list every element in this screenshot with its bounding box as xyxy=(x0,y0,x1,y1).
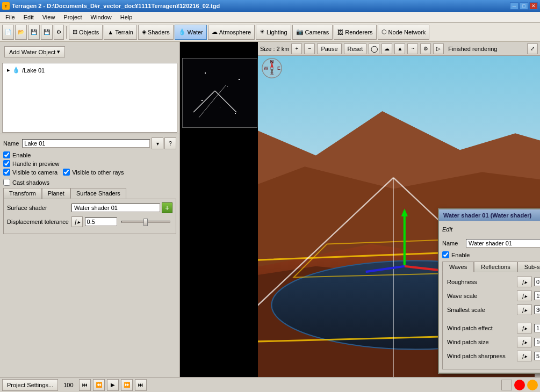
toolbar-water[interactable]: 💧 Water xyxy=(175,25,207,40)
wind-patch-effect-input[interactable] xyxy=(534,324,540,332)
minimize-button[interactable]: ─ xyxy=(510,2,519,10)
toolbar-atmosphere[interactable]: ☁ Atmosphere xyxy=(208,25,255,40)
wind-patch-size-input[interactable] xyxy=(534,338,540,346)
menu-view[interactable]: View xyxy=(38,13,60,21)
wave-scale-input[interactable] xyxy=(534,292,540,300)
name-expand-button[interactable]: ▾ xyxy=(152,137,163,149)
cast-shadows-row: Cast shadows xyxy=(3,179,176,186)
displacement-slider-thumb[interactable] xyxy=(143,219,148,226)
tab-surface-shaders[interactable]: Surface Shaders xyxy=(70,188,126,199)
title-bar: T Terragen 2 - D:\Documents_D#r_vector_d… xyxy=(0,0,540,12)
shader-enable-row: Enable xyxy=(442,251,540,258)
wave-scale-row: Wave scale ƒ▸ xyxy=(447,291,540,301)
transport-play-button[interactable]: ▶ xyxy=(107,379,119,391)
add-shader-button[interactable]: + xyxy=(162,202,172,213)
wind-patch-sharpness-input[interactable] xyxy=(534,352,540,360)
toolbar-icon5[interactable]: ⚙ xyxy=(54,25,64,40)
transport-prev-button[interactable]: ⏪ xyxy=(93,379,105,391)
enable-checkbox[interactable] xyxy=(3,151,10,158)
tab-transform[interactable]: Transform xyxy=(3,188,42,199)
toolbar-cameras[interactable]: 📷 Cameras xyxy=(292,25,333,40)
toolbar-node-network[interactable]: ⬡ Node Network xyxy=(378,25,430,40)
transport-next-button[interactable]: ⏩ xyxy=(121,379,133,391)
toolbar-save2[interactable]: 💾 xyxy=(41,25,53,40)
visible-rays-checkbox[interactable] xyxy=(63,169,70,176)
handle-in-preview-checkbox[interactable] xyxy=(3,160,10,167)
shader-name-input[interactable] xyxy=(466,239,540,248)
surface-shader-input[interactable] xyxy=(71,204,160,212)
wind-patch-effect-row: Wind patch effect ƒ▸ xyxy=(447,323,540,333)
name-help-button[interactable]: ? xyxy=(164,137,176,149)
zoom-out-button[interactable]: − xyxy=(304,43,315,54)
dialog-title-bar: Water shader 01 (Water shader) ✕ xyxy=(439,209,540,221)
toolbar-lighting[interactable]: ☀ Lighting xyxy=(256,25,291,40)
expand-button[interactable]: ⤢ xyxy=(527,43,538,54)
expand-arrow-icon: ▸ xyxy=(7,67,10,74)
menu-window[interactable]: Window xyxy=(87,13,116,21)
cast-shadows-checkbox[interactable] xyxy=(3,179,10,186)
toolbar-terrain[interactable]: ▲ Terrain xyxy=(104,25,137,40)
water-objects-tree[interactable]: ▸ 💧 /Lake 01 xyxy=(2,63,177,133)
menu-file[interactable]: File xyxy=(1,13,19,21)
status-right xyxy=(501,380,538,390)
pause-button[interactable]: Pause xyxy=(317,43,341,54)
displacement-slider[interactable] xyxy=(121,221,170,223)
wind-patch-effect-func-button[interactable]: ƒ▸ xyxy=(517,323,532,333)
view-water-button[interactable]: ~ xyxy=(407,43,418,54)
view-sphere-button[interactable]: ◯ xyxy=(369,43,379,54)
handle-in-preview-row: Handle in preview xyxy=(3,160,176,167)
toolbar-open[interactable]: 📂 xyxy=(15,25,27,40)
transport-first-button[interactable]: ⏮ xyxy=(79,379,91,391)
wave-scale-func-button[interactable]: ƒ▸ xyxy=(517,291,532,301)
toolbar-new[interactable]: 📄 xyxy=(2,25,14,40)
visible-camera-checkbox[interactable] xyxy=(3,169,10,176)
toolbar: 📄 📂 💾 💾 ⚙ ⊞ Objects ▲ Terrain ◈ Shaders … xyxy=(0,23,540,42)
displacement-value-input[interactable] xyxy=(85,217,117,226)
toolbar-objects[interactable]: ⊞ Objects xyxy=(69,25,103,40)
view-settings-button[interactable]: ⚙ xyxy=(420,43,431,54)
toolbar-save[interactable]: 💾 xyxy=(28,25,40,40)
viewport-bar: Size : 2 km + − Pause Reset ◯ ☁ ▲ ~ ⚙ ▷ … xyxy=(258,42,540,56)
tab-planet[interactable]: Planet xyxy=(42,188,70,199)
reset-button[interactable]: Reset xyxy=(344,43,367,54)
view-terrain-button[interactable]: ▲ xyxy=(394,43,405,54)
status-light-red xyxy=(514,380,525,390)
menu-project[interactable]: Project xyxy=(59,13,86,21)
size-label: Size : 2 km xyxy=(260,46,289,52)
shader-tab-waves[interactable]: Waves xyxy=(442,262,474,272)
wind-patch-sharpness-func-button[interactable]: ƒ▸ xyxy=(517,351,532,361)
view-render-button[interactable]: ▷ xyxy=(433,43,444,54)
toolbar-renderers[interactable]: 🖼 Renderers xyxy=(334,25,376,40)
add-water-arrow-icon: ▾ xyxy=(57,48,60,55)
shader-enable-checkbox[interactable] xyxy=(442,251,449,258)
tree-item-lake01[interactable]: ▸ 💧 /Lake 01 xyxy=(5,66,175,75)
zoom-in-button[interactable]: + xyxy=(291,43,302,54)
shader-tab-subsurface[interactable]: Sub-surface xyxy=(517,262,540,272)
add-water-button[interactable]: Add Water Object ▾ xyxy=(4,46,65,57)
shader-tab-reflections[interactable]: Reflections xyxy=(474,262,517,272)
displacement-func-button[interactable]: ƒ▸ xyxy=(71,216,83,227)
name-input[interactable] xyxy=(22,139,150,148)
menu-edit[interactable]: Edit xyxy=(19,13,38,21)
roughness-func-button[interactable]: ƒ▸ xyxy=(517,277,532,287)
roughness-input[interactable] xyxy=(534,278,540,286)
surface-shaders-content: Surface shader + Displacement tolerance … xyxy=(3,199,176,234)
smallest-scale-func-button[interactable]: ƒ▸ xyxy=(517,304,532,315)
spacer-1 xyxy=(447,318,540,323)
close-button[interactable]: ✕ xyxy=(529,2,538,10)
transport-last-button[interactable]: ⏭ xyxy=(135,379,147,391)
frame-number: 100 xyxy=(63,382,73,388)
maximize-button[interactable]: □ xyxy=(520,2,528,10)
render-status: Finished rendering xyxy=(448,46,497,52)
menu-help[interactable]: Help xyxy=(116,13,137,21)
toolbar-shaders[interactable]: ◈ Shaders xyxy=(138,25,174,40)
smallest-scale-input[interactable] xyxy=(534,306,540,314)
window-controls: ─ □ ✕ xyxy=(510,2,538,10)
toolbar-separator-1 xyxy=(66,26,67,39)
window-title: Terragen 2 - D:\Documents_D#r_vector_doc… xyxy=(12,3,510,9)
status-light-orange xyxy=(527,380,538,390)
project-settings-button[interactable]: Project Settings... xyxy=(2,379,58,391)
visible-rays-row: Visible to other rays xyxy=(63,169,124,176)
wind-patch-size-func-button[interactable]: ƒ▸ xyxy=(517,337,532,347)
view-cloud-button[interactable]: ☁ xyxy=(381,43,392,54)
